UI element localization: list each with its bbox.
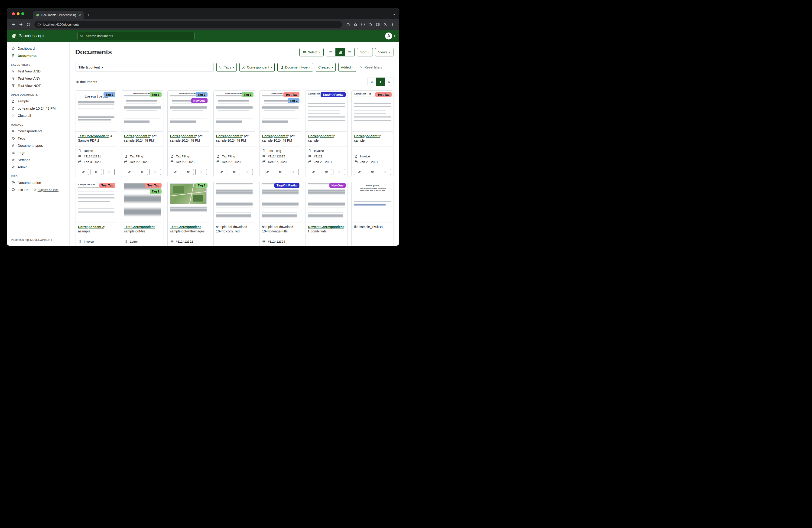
pagination-page-1[interactable]: 1 xyxy=(376,77,385,86)
filter-correspondent-button[interactable]: Correspondent▾ xyxy=(239,63,275,72)
sidebar-item-test-view-not[interactable]: Test View NOT xyxy=(7,82,69,89)
view-document-button[interactable] xyxy=(137,169,148,175)
new-tab-button[interactable] xyxy=(87,13,90,17)
tag-badge[interactable]: NewOne xyxy=(191,98,207,103)
view-document-button[interactable] xyxy=(90,169,102,175)
tag-badge[interactable]: NewOne xyxy=(329,183,346,188)
document-thumbnail[interactable] xyxy=(214,181,255,223)
document-thumbnail[interactable]: A Simple PDF FileTest Tag xyxy=(75,181,117,223)
edit-document-button[interactable] xyxy=(78,169,89,175)
download-document-button[interactable] xyxy=(334,169,345,175)
correspondent-link[interactable]: Newest Correspondent xyxy=(308,225,344,229)
tag-badge[interactable]: Tag 3 xyxy=(242,92,253,97)
document-thumbnail[interactable]: A Simple PDF FileTagWithPartial xyxy=(305,90,347,132)
edit-document-button[interactable] xyxy=(354,169,365,175)
view-document-button[interactable] xyxy=(229,169,240,175)
document-thumbnail[interactable]: Adobe Acrobat PDF FilesTag 2NewOne xyxy=(168,90,209,132)
correspondent-link[interactable]: Test Correspondent xyxy=(124,225,155,229)
correspondent-link[interactable]: Correspondent 2 xyxy=(124,134,150,138)
filter-text-input[interactable] xyxy=(106,63,214,72)
tag-badge[interactable]: Tag 2 xyxy=(196,92,207,97)
view-list-button[interactable] xyxy=(326,48,336,56)
tag-badge[interactable]: Tag 3 xyxy=(196,183,207,188)
browser-tab[interactable]: Documents - Paperless-ngx xyxy=(33,11,84,19)
download-document-button[interactable] xyxy=(380,169,391,175)
fullscreen-window-button[interactable] xyxy=(21,12,24,15)
correspondent-link[interactable]: Correspondent 2 xyxy=(216,134,242,138)
correspondent-link[interactable]: Correspondent 2 xyxy=(308,134,334,138)
correspondent-link[interactable]: Test Correspondent xyxy=(78,134,108,138)
sidebar-item-close-all[interactable]: Close all xyxy=(7,112,69,119)
document-title[interactable]: file-sample_150kBs xyxy=(354,225,382,229)
browser-menu-button[interactable] xyxy=(389,21,396,28)
download-document-button[interactable] xyxy=(103,169,115,175)
document-thumbnail[interactable]: Adobe Acrobat PDF FilesTag 3 xyxy=(214,90,255,132)
sidebar-item-documentation[interactable]: Documentation xyxy=(7,179,69,186)
document-thumbnail[interactable]: Adobe Acrobat PDF FilesTest TagTag 2 xyxy=(260,90,301,132)
filter-created-button[interactable]: Created▾ xyxy=(316,63,336,72)
app-brand[interactable]: Paperless-ngx xyxy=(11,33,71,39)
address-bar[interactable]: localhost:4200/documents xyxy=(34,21,342,28)
correspondent-link[interactable]: Test Correspondent xyxy=(170,225,201,229)
filter-document-type-button[interactable]: Document type▾ xyxy=(277,63,313,72)
site-info-icon[interactable] xyxy=(38,23,41,26)
tag-badge[interactable]: Test Tag xyxy=(99,183,116,188)
filter-tags-button[interactable]: Tags▾ xyxy=(216,63,236,72)
share-button[interactable] xyxy=(344,21,352,28)
edit-document-button[interactable] xyxy=(170,169,181,175)
document-thumbnail[interactable]: TagWithPartial xyxy=(260,181,301,223)
tab-list-chevron-icon[interactable] xyxy=(392,13,395,16)
toolbar-info-icon[interactable] xyxy=(359,21,366,28)
select-button[interactable]: Select ▾ xyxy=(300,48,323,56)
sidebar-item-settings[interactable]: Settings xyxy=(7,156,69,163)
document-title[interactable]: sample-pdf-download-10-mb-longer-title xyxy=(262,225,294,233)
sidebar-item-logs[interactable]: Logs xyxy=(7,149,69,156)
edit-document-button[interactable] xyxy=(308,169,319,175)
sidebar-item-tags[interactable]: Tags xyxy=(7,135,69,142)
side-panel-button[interactable] xyxy=(374,21,381,28)
sidebar-item-correspondents[interactable]: Correspondents xyxy=(7,127,69,135)
download-document-button[interactable] xyxy=(288,169,299,175)
sidebar-item-document-types[interactable]: #Document types xyxy=(7,142,69,149)
correspondent-link[interactable]: Correspondent 2 xyxy=(262,134,288,138)
tag-badge[interactable]: Test Tag xyxy=(284,92,300,97)
correspondent-link[interactable]: Correspondent 2 xyxy=(354,134,380,138)
sidebar-item-test-view-any[interactable]: Test View ANY xyxy=(7,75,69,82)
views-button[interactable]: Views ▾ xyxy=(375,48,393,56)
back-button[interactable] xyxy=(10,21,17,28)
tab-close-icon[interactable] xyxy=(78,14,81,16)
document-thumbnail[interactable]: Adobe Acrobat PDF FilesTag 3 xyxy=(121,90,163,132)
filter-field-button[interactable]: Title & content ▾ xyxy=(75,63,106,72)
bookmark-star-button[interactable] xyxy=(352,21,359,28)
sidebar-item-test-view-and[interactable]: Test View AND xyxy=(7,68,69,75)
download-document-button[interactable] xyxy=(242,169,253,175)
document-thumbnail[interactable]: Tag 3 xyxy=(168,181,209,223)
correspondent-link[interactable]: Correspondent 2 xyxy=(170,134,196,138)
edit-document-button[interactable] xyxy=(262,169,273,175)
forward-button[interactable] xyxy=(17,21,25,28)
tag-badge[interactable]: Tag 3 xyxy=(150,92,162,97)
tag-badge[interactable]: TagWithPartial xyxy=(274,183,300,188)
view-grid-button[interactable] xyxy=(335,48,345,56)
tag-badge[interactable]: TagWithPartial xyxy=(321,92,346,97)
sidebar-item-admin[interactable]: Admin xyxy=(7,163,69,171)
document-thumbnail[interactable]: Test TagTag 3 xyxy=(121,181,163,223)
download-document-button[interactable] xyxy=(149,169,161,175)
sidebar-item-documents[interactable]: Documents xyxy=(7,52,69,59)
view-document-button[interactable] xyxy=(183,169,194,175)
sidebar-item-github[interactable]: GitHubSuggest an idea xyxy=(7,186,69,194)
minimize-window-button[interactable] xyxy=(17,12,20,15)
view-document-button[interactable] xyxy=(321,169,332,175)
sidebar-item-dashboard[interactable]: Dashboard xyxy=(7,45,69,52)
tag-badge[interactable]: Tag 2 xyxy=(288,98,300,103)
extensions-button[interactable] xyxy=(366,21,374,28)
sidebar-item-sample[interactable]: sample xyxy=(7,98,69,105)
document-thumbnail[interactable]: A Simple PDF FileTest Tag xyxy=(352,90,393,132)
filter-added-button[interactable]: Added▾ xyxy=(338,63,356,72)
sidebar-item-pdf-sample-10-24-48-pm[interactable]: pdf-sample 10.24.48 PM xyxy=(7,105,69,112)
view-document-button[interactable] xyxy=(275,169,286,175)
tag-badge[interactable]: Tag 2 xyxy=(103,92,115,97)
tag-badge[interactable]: Tag 3 xyxy=(150,189,162,194)
reset-filters-button[interactable]: Reset filters xyxy=(360,66,382,69)
document-thumbnail[interactable]: NewOne xyxy=(305,181,347,223)
